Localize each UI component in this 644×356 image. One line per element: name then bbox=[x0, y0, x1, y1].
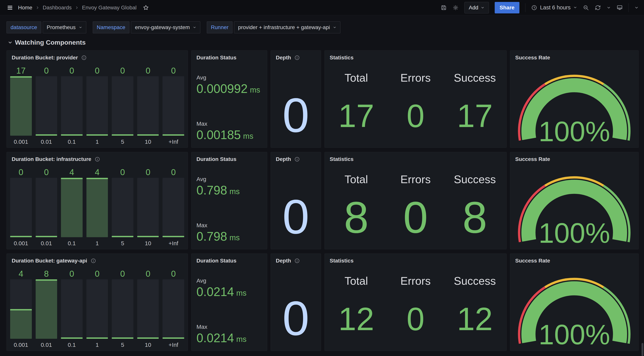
share-button[interactable]: Share bbox=[495, 2, 520, 14]
bar-fill bbox=[137, 236, 159, 237]
bucket-bar[interactable]: 05 bbox=[112, 66, 134, 146]
save-dashboard-icon[interactable] bbox=[441, 4, 447, 11]
stat-label: Errors bbox=[400, 274, 431, 287]
bucket-bar[interactable]: 010 bbox=[137, 269, 159, 349]
max-unit: ms bbox=[243, 132, 253, 142]
bar-track bbox=[112, 178, 134, 237]
bar-fill bbox=[112, 134, 134, 136]
bucket-bar[interactable]: 40.001 bbox=[10, 269, 32, 349]
menu-hamburger-icon[interactable] bbox=[7, 4, 13, 11]
collapse-toolbar-chevron-icon[interactable] bbox=[634, 6, 639, 10]
chevron-down-icon bbox=[333, 26, 336, 29]
bar-track bbox=[10, 76, 32, 136]
breadcrumb-dashboards[interactable]: Dashboards bbox=[43, 4, 72, 11]
stat-value: 0 bbox=[406, 287, 424, 351]
bar-axis-label: 0.1 bbox=[61, 339, 82, 349]
bucket-bar[interactable]: 05 bbox=[112, 269, 134, 349]
info-icon[interactable] bbox=[294, 55, 300, 60]
bar-value-label: 0 bbox=[162, 269, 184, 278]
dashboard-settings-gear-icon[interactable] bbox=[452, 4, 459, 11]
bar-axis-label: 10 bbox=[137, 339, 159, 349]
depth-value: 0 bbox=[271, 164, 321, 249]
panel-depth: Depth 0 bbox=[271, 152, 321, 249]
chevron-down-icon bbox=[481, 6, 484, 10]
bucket-bar[interactable]: 0+Inf bbox=[162, 168, 184, 247]
breadcrumb: Home Dashboards Envoy Gateway Global bbox=[18, 4, 137, 11]
breadcrumb-home[interactable]: Home bbox=[18, 4, 32, 11]
stat-total: Total 12 bbox=[326, 265, 386, 351]
info-icon[interactable] bbox=[81, 55, 87, 60]
bar-value-label: 0 bbox=[86, 66, 108, 76]
bar-track bbox=[112, 76, 134, 136]
bucket-bar[interactable]: 00.1 bbox=[61, 66, 82, 146]
panel-grid: Duration Bucket: provider 170.00100.0100… bbox=[6, 50, 639, 351]
bar-fill bbox=[86, 178, 108, 237]
max-value: 0.00185 bbox=[196, 128, 241, 142]
refresh-interval-chevron-icon[interactable] bbox=[606, 6, 611, 10]
panel-title: Success Rate bbox=[515, 258, 550, 264]
bar-fill bbox=[61, 338, 82, 339]
bar-axis-label: 0.01 bbox=[36, 339, 57, 349]
bar-fill bbox=[162, 236, 184, 237]
namespace-select[interactable]: envoy-gateway-system bbox=[131, 22, 200, 33]
bucket-bar[interactable]: 01 bbox=[86, 66, 108, 146]
stat-label: Errors bbox=[400, 71, 431, 84]
bucket-bar[interactable]: 00.001 bbox=[10, 168, 32, 247]
bucket-bar[interactable]: 00.01 bbox=[36, 66, 57, 146]
zoom-out-time-icon[interactable] bbox=[583, 4, 589, 11]
bar-value-label: 0 bbox=[137, 66, 159, 76]
bucket-bar[interactable]: 0+Inf bbox=[162, 66, 184, 146]
row-watching-components-toggle[interactable]: Watching Components bbox=[8, 39, 644, 46]
bucket-bar[interactable]: 0+Inf bbox=[162, 269, 184, 349]
panel-title: Duration Bucket: infrastructure bbox=[12, 156, 91, 162]
bar-fill bbox=[137, 134, 159, 136]
variable-label: datasource bbox=[6, 22, 41, 33]
bucket-bar[interactable]: 41 bbox=[86, 168, 108, 247]
dashboard-variables-row: datasource Prometheus Namespace envoy-ga… bbox=[6, 22, 644, 33]
bucket-bar[interactable]: 01 bbox=[86, 269, 108, 349]
bar-axis-label: 1 bbox=[86, 339, 108, 349]
top-nav-bar: Home Dashboards Envoy Gateway Global bbox=[0, 0, 644, 15]
bar-value-label: 0 bbox=[36, 168, 57, 177]
bar-track bbox=[36, 279, 57, 339]
panel-title: Duration Bucket: gateway-api bbox=[12, 258, 87, 264]
panel-duration-bucket-infrastructure: Duration Bucket: infrastructure 00.00100… bbox=[6, 152, 188, 249]
bucket-bar[interactable]: 00.01 bbox=[36, 168, 57, 247]
refresh-icon[interactable] bbox=[595, 4, 601, 11]
datasource-select[interactable]: Prometheus bbox=[43, 22, 86, 33]
kiosk-mode-monitor-icon[interactable] bbox=[616, 4, 623, 11]
bucket-bar[interactable]: 80.01 bbox=[36, 269, 57, 349]
info-icon[interactable] bbox=[294, 258, 300, 264]
stat-label: Success bbox=[454, 274, 496, 287]
bar-track bbox=[36, 76, 57, 136]
runner-select[interactable]: provider + infrastructure + gateway-api bbox=[234, 22, 340, 33]
info-icon[interactable] bbox=[91, 258, 96, 264]
stat-errors: Errors 0 bbox=[386, 164, 445, 249]
bucket-bar[interactable]: 40.1 bbox=[61, 168, 82, 247]
variable-label: Runner bbox=[207, 22, 232, 33]
panel-title: Duration Bucket: provider bbox=[12, 54, 78, 61]
runner-value: provider + infrastructure + gateway-api bbox=[238, 24, 330, 30]
bar-value-label: 0 bbox=[10, 168, 32, 177]
bar-track bbox=[61, 178, 82, 237]
bar-track bbox=[137, 178, 159, 237]
info-icon[interactable] bbox=[294, 156, 300, 162]
bar-track bbox=[162, 279, 184, 339]
bar-axis-label: 1 bbox=[86, 136, 108, 146]
add-button[interactable]: Add bbox=[464, 2, 489, 14]
bucket-bar[interactable]: 170.001 bbox=[10, 66, 32, 146]
bucket-bar[interactable]: 05 bbox=[112, 168, 134, 247]
bar-value-label: 17 bbox=[10, 66, 32, 76]
info-icon[interactable] bbox=[95, 156, 100, 162]
bucket-bar[interactable]: 00.1 bbox=[61, 269, 82, 349]
bucket-bar[interactable]: 010 bbox=[137, 66, 159, 146]
bar-axis-label: 5 bbox=[112, 339, 134, 349]
bar-fill bbox=[10, 236, 32, 237]
scrollbar-thumb[interactable] bbox=[642, 343, 644, 356]
time-range-picker[interactable]: Last 6 hours bbox=[531, 4, 577, 11]
chevron-down-icon bbox=[573, 4, 577, 11]
bucket-bar[interactable]: 010 bbox=[137, 168, 159, 247]
favorite-star-icon[interactable] bbox=[143, 4, 149, 11]
toolbar-divider bbox=[628, 3, 629, 12]
bar-fill bbox=[137, 338, 159, 339]
